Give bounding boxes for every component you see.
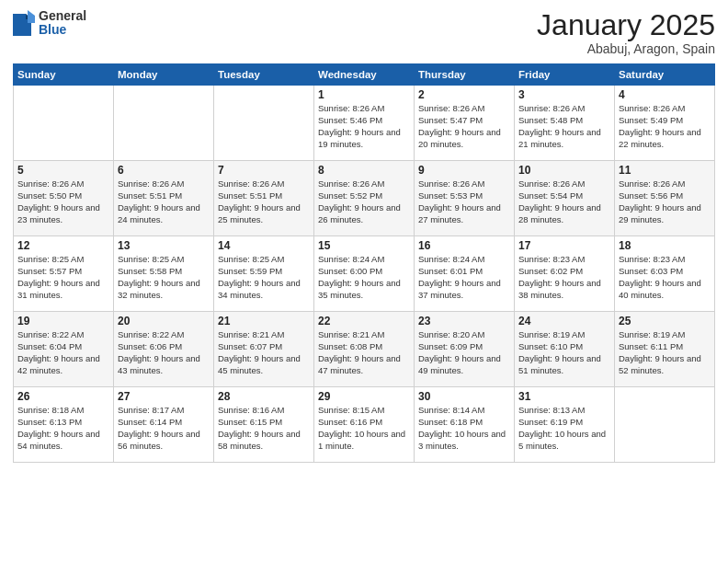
calendar-cell: 28Sunrise: 8:16 AMSunset: 6:15 PMDayligh… bbox=[214, 387, 314, 463]
day-info: Sunrise: 8:24 AMSunset: 6:01 PMDaylight:… bbox=[418, 254, 510, 301]
calendar-week-3: 19Sunrise: 8:22 AMSunset: 6:04 PMDayligh… bbox=[14, 312, 715, 387]
day-info: Sunrise: 8:13 AMSunset: 6:19 PMDaylight:… bbox=[518, 405, 610, 452]
page-container: General Blue January 2025 Ababuj, Aragon… bbox=[0, 0, 728, 563]
logo: General Blue bbox=[13, 9, 86, 38]
day-number: 1 bbox=[318, 88, 410, 101]
logo-text: General Blue bbox=[39, 9, 86, 38]
calendar-cell: 9Sunrise: 8:26 AMSunset: 5:53 PMDaylight… bbox=[415, 161, 515, 236]
day-number: 9 bbox=[418, 164, 510, 177]
logo-general: General bbox=[39, 9, 86, 23]
calendar-cell: 27Sunrise: 8:17 AMSunset: 6:14 PMDayligh… bbox=[114, 387, 214, 463]
day-info: Sunrise: 8:26 AMSunset: 5:54 PMDaylight:… bbox=[518, 178, 610, 225]
calendar-cell: 1Sunrise: 8:26 AMSunset: 5:46 PMDaylight… bbox=[314, 86, 415, 161]
day-number: 8 bbox=[318, 164, 410, 177]
day-number: 23 bbox=[418, 315, 510, 327]
header: General Blue January 2025 Ababuj, Aragon… bbox=[13, 9, 715, 56]
day-info: Sunrise: 8:19 AMSunset: 6:10 PMDaylight:… bbox=[518, 329, 610, 376]
calendar-cell: 22Sunrise: 8:21 AMSunset: 6:08 PMDayligh… bbox=[314, 312, 415, 387]
calendar-cell: 13Sunrise: 8:25 AMSunset: 5:58 PMDayligh… bbox=[114, 236, 214, 312]
day-number: 16 bbox=[418, 239, 510, 252]
calendar-cell: 5Sunrise: 8:26 AMSunset: 5:50 PMDaylight… bbox=[14, 161, 114, 236]
day-number: 22 bbox=[318, 315, 410, 327]
day-info: Sunrise: 8:22 AMSunset: 6:06 PMDaylight:… bbox=[118, 329, 210, 376]
day-number: 3 bbox=[518, 88, 610, 101]
day-number: 2 bbox=[418, 88, 510, 101]
calendar-cell: 23Sunrise: 8:20 AMSunset: 6:09 PMDayligh… bbox=[415, 312, 515, 387]
day-info: Sunrise: 8:15 AMSunset: 6:16 PMDaylight:… bbox=[318, 405, 410, 452]
calendar-week-0: 1Sunrise: 8:26 AMSunset: 5:46 PMDaylight… bbox=[14, 86, 715, 161]
day-info: Sunrise: 8:22 AMSunset: 6:04 PMDaylight:… bbox=[17, 329, 109, 376]
day-info: Sunrise: 8:25 AMSunset: 5:59 PMDaylight:… bbox=[218, 254, 310, 301]
weekday-tuesday: Tuesday bbox=[214, 64, 314, 86]
day-number: 7 bbox=[218, 164, 310, 177]
day-number: 18 bbox=[619, 239, 711, 252]
calendar-cell: 19Sunrise: 8:22 AMSunset: 6:04 PMDayligh… bbox=[14, 312, 114, 387]
weekday-friday: Friday bbox=[515, 64, 615, 86]
weekday-thursday: Thursday bbox=[415, 64, 515, 86]
month-title: January 2025 bbox=[537, 9, 715, 41]
location-subtitle: Ababuj, Aragon, Spain bbox=[537, 41, 715, 56]
calendar-cell: 7Sunrise: 8:26 AMSunset: 5:51 PMDaylight… bbox=[214, 161, 314, 236]
day-info: Sunrise: 8:26 AMSunset: 5:46 PMDaylight:… bbox=[318, 103, 410, 150]
day-info: Sunrise: 8:26 AMSunset: 5:53 PMDaylight:… bbox=[418, 178, 510, 225]
day-number: 20 bbox=[118, 315, 210, 327]
day-info: Sunrise: 8:17 AMSunset: 6:14 PMDaylight:… bbox=[118, 405, 210, 452]
day-info: Sunrise: 8:26 AMSunset: 5:47 PMDaylight:… bbox=[418, 103, 510, 150]
day-info: Sunrise: 8:26 AMSunset: 5:52 PMDaylight:… bbox=[318, 178, 410, 225]
day-number: 5 bbox=[17, 164, 109, 177]
calendar-cell: 26Sunrise: 8:18 AMSunset: 6:13 PMDayligh… bbox=[14, 387, 114, 463]
day-info: Sunrise: 8:25 AMSunset: 5:58 PMDaylight:… bbox=[118, 254, 210, 301]
calendar-cell: 8Sunrise: 8:26 AMSunset: 5:52 PMDaylight… bbox=[314, 161, 415, 236]
calendar-cell: 3Sunrise: 8:26 AMSunset: 5:48 PMDaylight… bbox=[515, 86, 615, 161]
calendar-cell: 30Sunrise: 8:14 AMSunset: 6:18 PMDayligh… bbox=[415, 387, 515, 463]
day-info: Sunrise: 8:26 AMSunset: 5:56 PMDaylight:… bbox=[619, 178, 711, 225]
calendar-cell: 10Sunrise: 8:26 AMSunset: 5:54 PMDayligh… bbox=[515, 161, 615, 236]
day-number: 4 bbox=[619, 88, 711, 101]
calendar-week-4: 26Sunrise: 8:18 AMSunset: 6:13 PMDayligh… bbox=[14, 387, 715, 463]
calendar-cell: 24Sunrise: 8:19 AMSunset: 6:10 PMDayligh… bbox=[515, 312, 615, 387]
calendar-cell: 29Sunrise: 8:15 AMSunset: 6:16 PMDayligh… bbox=[314, 387, 415, 463]
weekday-header-row: SundayMondayTuesdayWednesdayThursdayFrid… bbox=[14, 64, 715, 86]
day-number: 11 bbox=[619, 164, 711, 177]
weekday-wednesday: Wednesday bbox=[314, 64, 415, 86]
day-number: 27 bbox=[118, 390, 210, 403]
calendar-week-1: 5Sunrise: 8:26 AMSunset: 5:50 PMDaylight… bbox=[14, 161, 715, 236]
calendar-table: SundayMondayTuesdayWednesdayThursdayFrid… bbox=[13, 63, 715, 463]
calendar-cell: 15Sunrise: 8:24 AMSunset: 6:00 PMDayligh… bbox=[314, 236, 415, 312]
day-info: Sunrise: 8:26 AMSunset: 5:51 PMDaylight:… bbox=[118, 178, 210, 225]
day-number: 10 bbox=[518, 164, 610, 177]
calendar-cell: 2Sunrise: 8:26 AMSunset: 5:47 PMDaylight… bbox=[415, 86, 515, 161]
day-number: 29 bbox=[318, 390, 410, 403]
calendar-week-2: 12Sunrise: 8:25 AMSunset: 5:57 PMDayligh… bbox=[14, 236, 715, 312]
day-info: Sunrise: 8:26 AMSunset: 5:49 PMDaylight:… bbox=[619, 103, 711, 150]
day-info: Sunrise: 8:19 AMSunset: 6:11 PMDaylight:… bbox=[619, 329, 711, 376]
calendar-cell: 4Sunrise: 8:26 AMSunset: 5:49 PMDaylight… bbox=[615, 86, 715, 161]
day-number: 26 bbox=[17, 390, 109, 403]
calendar-cell: 31Sunrise: 8:13 AMSunset: 6:19 PMDayligh… bbox=[515, 387, 615, 463]
day-number: 21 bbox=[218, 315, 310, 327]
calendar-cell bbox=[615, 387, 715, 463]
day-number: 28 bbox=[218, 390, 310, 403]
day-info: Sunrise: 8:26 AMSunset: 5:50 PMDaylight:… bbox=[17, 178, 109, 225]
day-info: Sunrise: 8:16 AMSunset: 6:15 PMDaylight:… bbox=[218, 405, 310, 452]
day-info: Sunrise: 8:21 AMSunset: 6:08 PMDaylight:… bbox=[318, 329, 410, 376]
svg-marker-2 bbox=[28, 10, 35, 23]
day-info: Sunrise: 8:23 AMSunset: 6:02 PMDaylight:… bbox=[518, 254, 610, 301]
day-number: 6 bbox=[118, 164, 210, 177]
calendar-cell: 11Sunrise: 8:26 AMSunset: 5:56 PMDayligh… bbox=[615, 161, 715, 236]
day-info: Sunrise: 8:26 AMSunset: 5:51 PMDaylight:… bbox=[218, 178, 310, 225]
day-info: Sunrise: 8:20 AMSunset: 6:09 PMDaylight:… bbox=[418, 329, 510, 376]
day-number: 19 bbox=[17, 315, 109, 327]
weekday-sunday: Sunday bbox=[14, 64, 114, 86]
day-number: 15 bbox=[318, 239, 410, 252]
day-info: Sunrise: 8:24 AMSunset: 6:00 PMDaylight:… bbox=[318, 254, 410, 301]
day-info: Sunrise: 8:23 AMSunset: 6:03 PMDaylight:… bbox=[619, 254, 711, 301]
calendar-cell: 20Sunrise: 8:22 AMSunset: 6:06 PMDayligh… bbox=[114, 312, 214, 387]
day-number: 31 bbox=[518, 390, 610, 403]
day-number: 14 bbox=[218, 239, 310, 252]
weekday-monday: Monday bbox=[114, 64, 214, 86]
logo-icon bbox=[13, 10, 35, 36]
day-number: 17 bbox=[518, 239, 610, 252]
day-number: 12 bbox=[17, 239, 109, 252]
day-number: 30 bbox=[418, 390, 510, 403]
